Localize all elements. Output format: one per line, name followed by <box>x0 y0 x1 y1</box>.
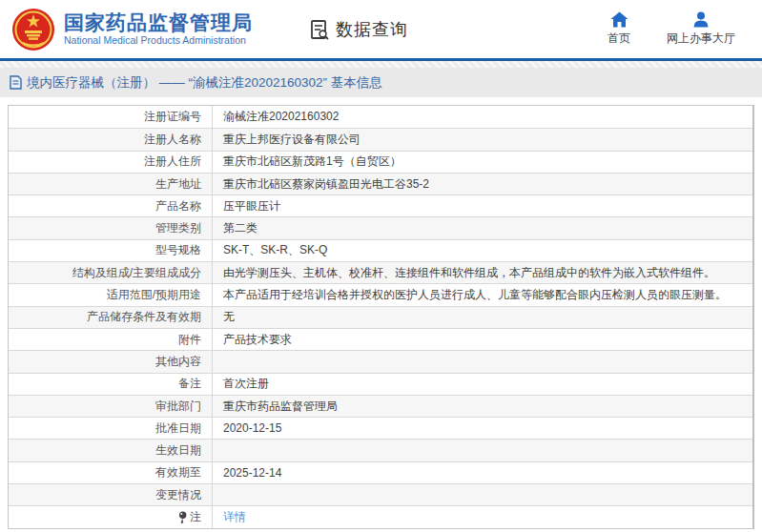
row-label: 管理类别 <box>9 217 213 238</box>
row-value: 无 <box>213 307 752 328</box>
row-value: 重庆市北碚区蔡家岗镇盈田光电工谷35-2 <box>213 174 752 194</box>
row-value: 2025-12-14 <box>213 462 752 483</box>
table-row: 管理类别第二类 <box>9 216 752 238</box>
row-label-text: 生产地址 <box>155 176 201 193</box>
row-value: 第二类 <box>213 217 752 238</box>
row-label: 产品储存条件及有效期 <box>9 307 213 328</box>
row-label: 备注 <box>9 374 213 395</box>
nav-service-hall[interactable]: 网上办事大厅 <box>667 11 735 47</box>
row-label: 审批部门 <box>9 396 213 417</box>
row-value: 压平眼压计 <box>213 195 752 216</box>
row-label-text: 备注 <box>178 376 201 392</box>
table-row: 有效期至2025-12-14 <box>9 461 752 483</box>
row-label: 注 <box>9 506 213 527</box>
hatch-texture-strip <box>0 61 762 68</box>
nav-service-hall-label: 网上办事大厅 <box>667 31 735 47</box>
table-row: 注册人住所重庆市北碚区新茂路1号（自贸区） <box>9 151 752 173</box>
row-label: 变更情况 <box>9 484 213 505</box>
row-label-text: 产品名称 <box>155 198 201 215</box>
row-label-text: 附件 <box>178 332 201 348</box>
row-label-text: 注册证编号 <box>144 109 201 125</box>
note-pin-icon <box>178 511 187 523</box>
row-label: 注册证编号 <box>9 106 213 128</box>
row-value: 首次注册 <box>213 374 752 395</box>
header-nav: 首页 网上办事大厅 <box>608 11 735 47</box>
table-row: 产品储存条件及有效期无 <box>9 306 752 328</box>
data-query-title: 数据查询 <box>308 18 408 41</box>
table-row: 其他内容 <box>9 350 752 372</box>
org-name-cn: 国家药品监督管理局 <box>64 11 253 33</box>
data-query-label: 数据查询 <box>336 18 408 41</box>
row-label: 有效期至 <box>9 462 213 483</box>
row-label-text: 型号规格 <box>155 242 201 258</box>
table-row: 结构及组成/主要组成成分由光学测压头、主机体、校准杆、连接组件和软件组成，本产品… <box>9 261 752 283</box>
breadcrumb: 境内医疗器械（注册） —— “渝械注准20202160302” 基本信息 <box>0 68 762 97</box>
table-row: 审批部门重庆市药品监督管理局 <box>9 395 752 417</box>
table-row: 产品名称压平眼压计 <box>9 194 752 216</box>
table-row: 变更情况 <box>9 483 752 505</box>
row-label-text: 生效日期 <box>155 442 201 459</box>
row-label: 注册人名称 <box>9 129 213 150</box>
home-icon <box>610 11 628 28</box>
table-row: 适用范围/预期用途本产品适用于经培训合格并授权的医护人员进行成人、儿童等能够配合… <box>9 283 752 305</box>
table-row: 附件产品技术要求 <box>9 328 752 350</box>
table-row: 注详情 <box>9 505 752 527</box>
row-value: 重庆市药品监督管理局 <box>213 396 752 417</box>
row-label-text: 适用范围/预期用途 <box>107 287 201 303</box>
row-value: 重庆上邦医疗设备有限公司 <box>213 129 752 150</box>
row-label-text: 注册人住所 <box>144 153 201 170</box>
row-label-text: 注册人名称 <box>144 132 201 148</box>
row-label-text: 注 <box>190 509 201 525</box>
nav-home[interactable]: 首页 <box>608 11 630 47</box>
row-value: 详情 <box>213 506 752 527</box>
row-label: 附件 <box>9 329 213 350</box>
info-table: 注册证编号渝械注准20202160302注册人名称重庆上邦医疗设备有限公司注册人… <box>8 105 754 529</box>
user-icon <box>692 11 710 28</box>
row-label: 注册人住所 <box>9 152 213 173</box>
table-row: 备注首次注册 <box>9 373 752 395</box>
row-value: 本产品适用于经培训合格并授权的医护人员进行成人、儿童等能够配合眼内压检测人员的眼… <box>213 284 752 305</box>
row-value <box>213 351 752 372</box>
row-label: 结构及组成/主要组成成分 <box>9 262 213 283</box>
document-icon <box>10 75 22 90</box>
row-label: 生效日期 <box>9 440 213 460</box>
table-row: 注册证编号渝械注准20202160302 <box>9 106 752 128</box>
row-label: 批准日期 <box>9 418 213 439</box>
row-value: SK-T、SK-R、SK-Q <box>213 240 752 261</box>
row-value: 重庆市北碚区新茂路1号（自贸区） <box>213 152 752 173</box>
row-label-text: 批准日期 <box>155 420 201 437</box>
detail-link[interactable]: 详情 <box>223 509 246 525</box>
org-name-en: National Medical Products Administration <box>64 35 253 47</box>
row-label-text: 管理类别 <box>155 220 201 236</box>
row-value <box>213 484 752 505</box>
nav-home-label: 首页 <box>608 31 630 47</box>
row-value <box>213 440 752 460</box>
row-label-text: 变更情况 <box>155 487 201 503</box>
row-label: 其他内容 <box>9 351 213 372</box>
row-label: 型号规格 <box>9 240 213 261</box>
row-label-text: 结构及组成/主要组成成分 <box>72 265 201 281</box>
table-row: 生效日期 <box>9 439 752 460</box>
table-row: 型号规格SK-T、SK-R、SK-Q <box>9 239 752 261</box>
table-row: 注册人名称重庆上邦医疗设备有限公司 <box>9 128 752 150</box>
row-label: 适用范围/预期用途 <box>9 284 213 305</box>
row-value: 渝械注准20202160302 <box>213 106 752 128</box>
row-value: 产品技术要求 <box>213 329 752 350</box>
org-names: 国家药品监督管理局 National Medical Products Admi… <box>64 11 253 47</box>
row-value: 由光学测压头、主机体、校准杆、连接组件和软件组成，本产品组成中的软件为嵌入式软件… <box>213 262 752 283</box>
row-label-text: 产品储存条件及有效期 <box>87 309 201 325</box>
row-label: 产品名称 <box>9 195 213 216</box>
row-label: 生产地址 <box>9 174 213 194</box>
data-query-icon <box>308 18 331 41</box>
national-emblem-logo <box>11 8 55 51</box>
row-label-text: 有效期至 <box>155 464 201 481</box>
breadcrumb-text: 境内医疗器械（注册） —— “渝械注准20202160302” 基本信息 <box>27 74 382 92</box>
row-value: 2020-12-15 <box>213 418 752 439</box>
row-label-text: 审批部门 <box>155 399 201 415</box>
row-label-text: 其他内容 <box>155 354 201 370</box>
table-row: 生产地址重庆市北碚区蔡家岗镇盈田光电工谷35-2 <box>9 173 752 194</box>
table-row: 批准日期2020-12-15 <box>9 417 752 439</box>
header: 国家药品监督管理局 National Medical Products Admi… <box>0 0 762 58</box>
